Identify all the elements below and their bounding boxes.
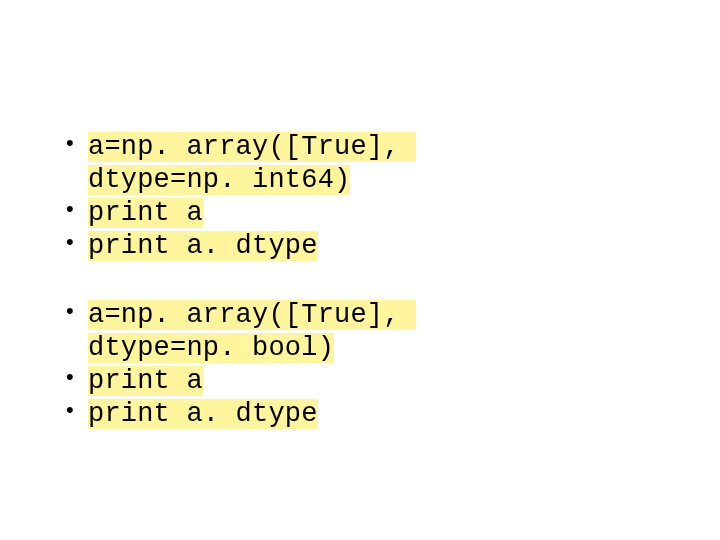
list-item: a=np. array([True], dtype=np. int64) bbox=[60, 130, 660, 196]
slide: a=np. array([True], dtype=np. int64) pri… bbox=[0, 0, 720, 540]
code-line: a=np. array([True], bbox=[88, 300, 416, 330]
code-line: print a bbox=[88, 366, 203, 396]
bullet-group-1: a=np. array([True], dtype=np. int64) pri… bbox=[60, 130, 660, 262]
code-line: dtype=np. bool) bbox=[88, 333, 334, 363]
list-item: print a. dtype bbox=[60, 229, 660, 262]
list-item: print a bbox=[60, 364, 660, 397]
code-line: dtype=np. int64) bbox=[88, 165, 350, 195]
bullet-group-2: a=np. array([True], dtype=np. bool) prin… bbox=[60, 298, 660, 430]
list-item: a=np. array([True], dtype=np. bool) bbox=[60, 298, 660, 364]
code-line: a=np. array([True], bbox=[88, 132, 416, 162]
code-line: print a. dtype bbox=[88, 231, 318, 261]
code-line: print a bbox=[88, 198, 203, 228]
code-line: print a. dtype bbox=[88, 399, 318, 429]
list-item: print a bbox=[60, 196, 660, 229]
list-item: print a. dtype bbox=[60, 397, 660, 430]
spacer bbox=[60, 262, 660, 298]
